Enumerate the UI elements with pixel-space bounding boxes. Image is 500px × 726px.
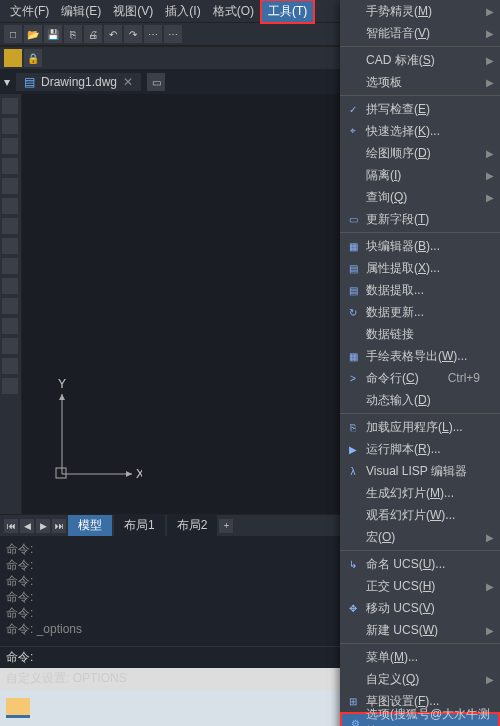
- tool-text[interactable]: [2, 278, 18, 294]
- menu-item[interactable]: ⌖快速选择(K)...: [340, 120, 500, 142]
- menu-item[interactable]: 手势精灵(M)▶: [340, 0, 500, 22]
- tool-arc[interactable]: [2, 158, 18, 174]
- svg-text:X: X: [136, 467, 142, 481]
- menu-4[interactable]: 格式(O): [207, 1, 260, 22]
- menu-item[interactable]: λVisual LISP 编辑器: [340, 460, 500, 482]
- menu-item[interactable]: ▤数据提取...: [340, 279, 500, 301]
- menu-shortcut: Ctrl+9: [448, 371, 480, 385]
- menu-icon: ⎘: [346, 420, 360, 434]
- layout-tab-model[interactable]: 模型: [68, 515, 112, 536]
- new-tab-button[interactable]: ▭: [147, 73, 165, 91]
- menu-item[interactable]: 隔离(I)▶: [340, 164, 500, 186]
- tool-table[interactable]: [2, 318, 18, 334]
- svg-rect-4: [56, 468, 66, 478]
- menu-label: 数据提取...: [366, 282, 424, 299]
- tool-rect[interactable]: [2, 178, 18, 194]
- menu-item[interactable]: 生成幻灯片(M)...: [340, 482, 500, 504]
- tool-redo[interactable]: ↷: [124, 25, 142, 43]
- menu-label: 隔离(I): [366, 167, 401, 184]
- tool-polyline[interactable]: [2, 118, 18, 134]
- submenu-arrow-icon: ▶: [486, 170, 494, 181]
- menu-5[interactable]: 工具(T): [260, 0, 315, 24]
- menu-item[interactable]: ✥移动 UCS(V): [340, 597, 500, 619]
- file-tab[interactable]: ▤ Drawing1.dwg ✕: [16, 73, 141, 91]
- menu-label: 宏(O): [366, 529, 395, 546]
- menu-label: 拼写检查(E): [366, 101, 430, 118]
- menu-1[interactable]: 编辑(E): [55, 1, 107, 22]
- menu-item[interactable]: 动态输入(D): [340, 389, 500, 411]
- menu-label: 手绘表格导出(W)...: [366, 348, 467, 365]
- menu-item[interactable]: ▶运行脚本(R)...: [340, 438, 500, 460]
- menu-item[interactable]: 观看幻灯片(W)...: [340, 504, 500, 526]
- menu-item[interactable]: ▦块编辑器(B)...: [340, 235, 500, 257]
- tool-new[interactable]: □: [4, 25, 22, 43]
- menu-item[interactable]: 自定义(Q)▶: [340, 668, 500, 690]
- menu-item[interactable]: CAD 标准(S)▶: [340, 49, 500, 71]
- menu-label: 加载应用程序(L)...: [366, 419, 463, 436]
- tool-point[interactable]: [2, 338, 18, 354]
- tab-next-icon[interactable]: ▶: [36, 519, 50, 533]
- menu-item[interactable]: 正交 UCS(H)▶: [340, 575, 500, 597]
- close-icon[interactable]: ✕: [123, 75, 133, 89]
- tool-undo[interactable]: ↶: [104, 25, 122, 43]
- tool-cloud[interactable]: [2, 198, 18, 214]
- menu-label: CAD 标准(S): [366, 52, 435, 69]
- menu-item[interactable]: ⎘加载应用程序(L)...: [340, 416, 500, 438]
- tool-more[interactable]: [2, 378, 18, 394]
- menu-item[interactable]: ↻数据更新...: [340, 301, 500, 323]
- menu-label: 生成幻灯片(M)...: [366, 485, 454, 502]
- tool-save[interactable]: 💾: [44, 25, 62, 43]
- menu-item[interactable]: 查询(Q)▶: [340, 186, 500, 208]
- layout-add-icon[interactable]: ＋: [219, 519, 233, 533]
- menu-label: 选项板: [366, 74, 402, 91]
- menu-item[interactable]: >命令行(C)Ctrl+9: [340, 367, 500, 389]
- explorer-icon[interactable]: [6, 698, 30, 718]
- tool-hatch[interactable]: [2, 258, 18, 274]
- tab-first-icon[interactable]: ⏮: [4, 519, 18, 533]
- layout-tab-2[interactable]: 布局2: [167, 515, 218, 536]
- tool-line[interactable]: [2, 98, 18, 114]
- menu-item[interactable]: ▭更新字段(T): [340, 208, 500, 230]
- menu-item[interactable]: 宏(O)▶: [340, 526, 500, 548]
- menu-2[interactable]: 视图(V): [107, 1, 159, 22]
- tab-prev-icon[interactable]: ◀: [20, 519, 34, 533]
- menu-0[interactable]: 文件(F): [4, 1, 55, 22]
- menu-item[interactable]: ↳命名 UCS(U)...: [340, 553, 500, 575]
- layout-tab-1[interactable]: 布局1: [114, 515, 165, 536]
- menu-3[interactable]: 插入(I): [159, 1, 206, 22]
- svg-marker-1: [126, 471, 132, 477]
- menu-label: 块编辑器(B)...: [366, 238, 440, 255]
- submenu-arrow-icon: ▶: [486, 532, 494, 543]
- menu-item[interactable]: ⚙选项(搜狐号@大水牛测绘: [340, 712, 500, 726]
- menu-item[interactable]: 新建 UCS(W)▶: [340, 619, 500, 641]
- menu-item[interactable]: ✓拼写检查(E): [340, 98, 500, 120]
- tab-last-icon[interactable]: ⏭: [52, 519, 66, 533]
- submenu-arrow-icon: ▶: [486, 55, 494, 66]
- layer-color[interactable]: [4, 49, 22, 67]
- tool-print[interactable]: 🖨: [84, 25, 102, 43]
- tool-copy[interactable]: ⎘: [64, 25, 82, 43]
- menu-item[interactable]: 选项板▶: [340, 71, 500, 93]
- menu-item[interactable]: 菜单(M)...: [340, 646, 500, 668]
- menu-item[interactable]: 绘图顺序(D)▶: [340, 142, 500, 164]
- menu-label: 手势精灵(M): [366, 3, 432, 20]
- tool-spline[interactable]: [2, 218, 18, 234]
- tool-more2[interactable]: ⋯: [164, 25, 182, 43]
- tab-chevron-icon[interactable]: ▾: [4, 75, 10, 89]
- menu-label: 菜单(M)...: [366, 649, 418, 666]
- menu-label: 观看幻灯片(W)...: [366, 507, 455, 524]
- tool-ellipse[interactable]: [2, 238, 18, 254]
- menu-label: 正交 UCS(H): [366, 578, 435, 595]
- menu-item[interactable]: 数据链接: [340, 323, 500, 345]
- menu-label: 数据更新...: [366, 304, 424, 321]
- menu-item[interactable]: ▦手绘表格导出(W)...: [340, 345, 500, 367]
- tool-circle[interactable]: [2, 138, 18, 154]
- menu-icon: ⊞: [346, 694, 360, 708]
- menu-item[interactable]: ▤属性提取(X)...: [340, 257, 500, 279]
- layer-lock-icon[interactable]: 🔒: [24, 49, 42, 67]
- tool-dim[interactable]: [2, 298, 18, 314]
- tool-more1[interactable]: ⋯: [144, 25, 162, 43]
- tool-open[interactable]: 📂: [24, 25, 42, 43]
- tool-block[interactable]: [2, 358, 18, 374]
- menu-item[interactable]: 智能语音(V)▶: [340, 22, 500, 44]
